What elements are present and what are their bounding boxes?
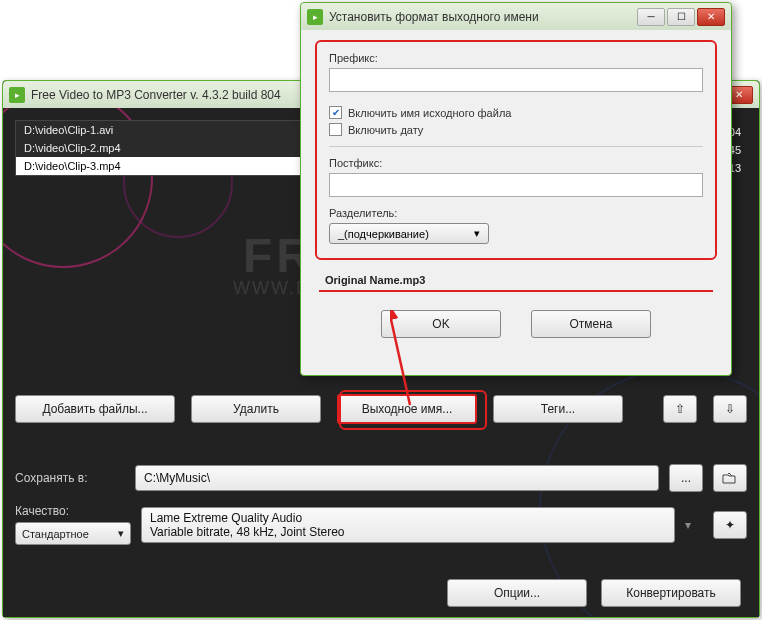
ok-button[interactable]: OK bbox=[381, 310, 501, 338]
open-folder-button[interactable] bbox=[713, 464, 747, 492]
output-name-button[interactable]: Выходное имя... bbox=[337, 394, 477, 424]
quality-row: Качество: Стандартное▾ Lame Extreme Qual… bbox=[15, 504, 747, 545]
folder-open-icon bbox=[722, 471, 738, 485]
prefix-label: Префикс: bbox=[329, 52, 703, 64]
save-path-field[interactable]: C:\MyMusic\ bbox=[135, 465, 659, 491]
checkbox-icon: ✔ bbox=[329, 106, 342, 119]
tags-button[interactable]: Теги... bbox=[493, 395, 623, 423]
output-name-dialog: ▸ Установить формат выходного имени ─ ☐ … bbox=[300, 2, 732, 376]
filename-preview: Original Name.mp3 bbox=[319, 274, 713, 292]
save-label: Сохранять в: bbox=[15, 471, 125, 485]
dialog-title: Установить формат выходного имени bbox=[329, 10, 637, 24]
close-button[interactable]: ✕ bbox=[697, 8, 725, 26]
wand-button[interactable]: ✦ bbox=[713, 511, 747, 539]
quality-label: Качество: bbox=[15, 504, 125, 518]
checkbox-icon bbox=[329, 123, 342, 136]
chevron-down-icon: ▾ bbox=[474, 227, 480, 240]
dialog-titlebar[interactable]: ▸ Установить формат выходного имени ─ ☐ … bbox=[301, 3, 731, 30]
postfix-label: Постфикс: bbox=[329, 157, 703, 169]
bottom-bar: Опции... Конвертировать bbox=[447, 579, 741, 607]
browse-button[interactable]: ... bbox=[669, 464, 703, 492]
minimize-button[interactable]: ─ bbox=[637, 8, 665, 26]
postfix-input[interactable] bbox=[329, 173, 703, 197]
quality-preset-select[interactable]: Стандартное▾ bbox=[15, 522, 131, 545]
cancel-button[interactable]: Отмена bbox=[531, 310, 651, 338]
separator-select[interactable]: _(подчеркивание)▾ bbox=[329, 223, 489, 244]
toolbar: Добавить файлы... Удалить Выходное имя..… bbox=[15, 394, 747, 424]
divider bbox=[329, 146, 703, 147]
add-files-button[interactable]: Добавить файлы... bbox=[15, 395, 175, 423]
chevron-down-icon: ▾ bbox=[118, 527, 124, 540]
settings-group: Префикс: ✔ Включить имя исходного файла … bbox=[315, 40, 717, 260]
app-icon: ▸ bbox=[9, 87, 25, 103]
separator-label: Разделитель: bbox=[329, 207, 703, 219]
convert-button[interactable]: Конвертировать bbox=[601, 579, 741, 607]
dialog-icon: ▸ bbox=[307, 9, 323, 25]
prefix-input[interactable] bbox=[329, 68, 703, 92]
dialog-body: Префикс: ✔ Включить имя исходного файла … bbox=[301, 30, 731, 352]
dialog-buttons: OK Отмена bbox=[315, 310, 717, 338]
save-row: Сохранять в: C:\MyMusic\ ... bbox=[15, 464, 747, 492]
wand-icon: ✦ bbox=[725, 518, 735, 532]
delete-button[interactable]: Удалить bbox=[191, 395, 321, 423]
include-source-checkbox[interactable]: ✔ Включить имя исходного файла bbox=[329, 106, 703, 119]
options-button[interactable]: Опции... bbox=[447, 579, 587, 607]
maximize-button[interactable]: ☐ bbox=[667, 8, 695, 26]
include-date-checkbox[interactable]: Включить дату bbox=[329, 123, 703, 136]
move-up-button[interactable]: ⇧ bbox=[663, 395, 697, 423]
quality-detail-field[interactable]: Lame Extreme Quality Audio Variable bitr… bbox=[141, 507, 675, 543]
move-down-button[interactable]: ⇩ bbox=[713, 395, 747, 423]
chevron-down-icon[interactable]: ▾ bbox=[685, 518, 703, 532]
